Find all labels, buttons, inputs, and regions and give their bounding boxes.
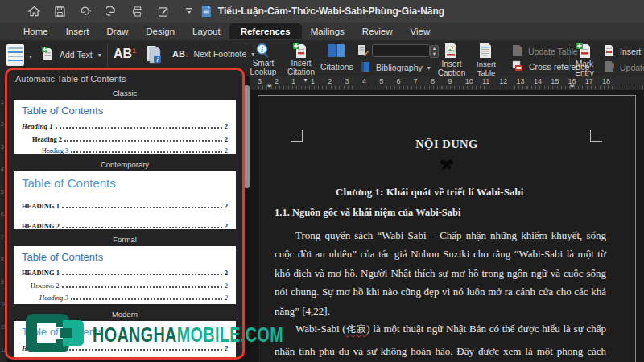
tab-review[interactable]: Review [353, 24, 402, 39]
toc-preview-title: Table of Contents [22, 176, 228, 190]
ruler-number: 14 [534, 77, 542, 85]
toc-section-label-classic: Classic [7, 86, 242, 99]
update-index-icon [604, 60, 614, 74]
footnote-ab-glyph: AB [114, 47, 132, 60]
ribbon-tabs: HomeInsertDrawDesignLayoutReferencesMail… [0, 23, 644, 40]
ruler-number: 13 [517, 77, 525, 85]
ruler-number: 4 [362, 77, 366, 85]
insert-index-icon [604, 44, 614, 58]
home-icon[interactable] [27, 5, 41, 18]
tab-layout[interactable]: Layout [184, 24, 229, 39]
stepper-icon[interactable]: ▲▼ [430, 45, 439, 58]
overflow-icon[interactable] [182, 5, 196, 18]
ruler-number: 9 [448, 77, 452, 85]
window-title: Tiểu-Luận-Cảm-Thức-Wabi-Sabi-Phùng-Gia-N… [200, 0, 444, 23]
ruler-number: 5 [379, 77, 383, 85]
ruler-number: 3 [1, 144, 4, 150]
gallery-scrollbar-thumb[interactable] [244, 85, 250, 188]
chapter-heading: Chương 1: Khái quát về triết lí Wabi-Sab… [336, 186, 523, 199]
left-indent-marker[interactable]: ⬙ [267, 82, 271, 88]
ruler-number: 11 [482, 77, 489, 85]
toc-section-label-contemporary: Contemporary [7, 158, 242, 171]
ruler-ticks [250, 86, 644, 89]
toc-style-formal[interactable]: Table of Contents HEADING 12 Heading 22 … [14, 246, 236, 304]
ruler-number: 18 [602, 77, 610, 85]
update-table-icon [512, 44, 522, 58]
insert-endnote-icon: i [145, 45, 164, 64]
ruler-number: 11 [1, 324, 6, 330]
watermark-text: HOANGHAMOBILE.COM [93, 323, 283, 348]
toc-preview-row: Heading 32 [22, 147, 228, 154]
add-text-button[interactable]: Add Text ▾ [42, 47, 101, 63]
ruler-number: 10 [465, 77, 473, 85]
title-bar: Tiểu-Luận-Cảm-Thức-Wabi-Sabi-Phùng-Gia-N… [0, 0, 644, 23]
paragraph: Trong quyển sách “Wabi Sabi – Chấp nhận … [275, 226, 606, 320]
toc-preview-row: Heading 12 [22, 122, 228, 130]
ruler-number: 1 [311, 77, 315, 85]
smart-lookup-icon: i [255, 43, 271, 60]
ruler-number: 9 [1, 279, 4, 285]
table-of-contents-button[interactable]: ▾ [6, 44, 24, 68]
update-index-button[interactable]: Update Index [604, 60, 644, 74]
mark-entry-icon [576, 43, 592, 60]
edit-icon[interactable] [156, 5, 170, 18]
ruler-number: 8 [1, 257, 4, 262]
bibliography-button[interactable]: Bibliography ▾ [361, 61, 431, 74]
insert-index-button[interactable]: Insert Index [604, 44, 644, 58]
undo-icon[interactable] [79, 5, 93, 18]
citation-style-combobox[interactable]: ▲▼ [372, 44, 430, 57]
chevron-down-icon: ▾ [427, 64, 431, 72]
word-doc-icon [200, 5, 213, 18]
cross-reference-icon [512, 60, 523, 73]
chevron-down-icon: ▾ [98, 51, 101, 59]
toc-gallery-header: Automatic Table of Contents [7, 70, 242, 86]
print-icon[interactable] [130, 5, 144, 18]
next-footnote-icon: AB↓ [172, 49, 188, 59]
toc-preview-row: Heading 32 [22, 294, 228, 302]
chevron-down-icon: ▾ [251, 51, 254, 58]
ruler-number: 7 [414, 77, 418, 85]
save-icon[interactable] [53, 5, 67, 18]
tab-view[interactable]: View [402, 24, 440, 39]
toc-preview-row: HEADING 12 [22, 202, 228, 210]
insert-citation-label: InsertCitation [283, 59, 319, 76]
tab-mailings[interactable]: Mailings [302, 24, 353, 39]
insert-caption-icon [444, 43, 458, 60]
update-index-label: Update Index [620, 63, 644, 72]
update-table-label: Update Table [528, 47, 578, 56]
tab-home[interactable]: Home [14, 24, 57, 39]
toc-style-classic[interactable]: Table of Contents Heading 12 Heading 22 … [14, 100, 236, 154]
ruler-number: 1 [291, 77, 295, 85]
first-line-indent-marker[interactable]: ▼ [303, 77, 308, 83]
redo-icon[interactable] [105, 5, 118, 18]
toc-style-contemporary[interactable]: Table of Contents HEADING 12 HEADING 22 [14, 171, 236, 229]
ruler-number: 3 [258, 77, 262, 85]
tab-insert[interactable]: Insert [57, 24, 98, 39]
tab-references[interactable]: References [229, 23, 302, 39]
toc-preview-row: HEADING 12 [22, 269, 228, 277]
ruler-number: 6 [397, 77, 401, 85]
add-text-icon [42, 47, 54, 63]
toc-section-label-formal: Formal [7, 232, 242, 245]
tab-draw[interactable]: Draw [97, 24, 137, 39]
next-footnote-button[interactable]: AB↓ Next Footnote ▾ [172, 49, 254, 59]
ruler-number: 10 [1, 302, 6, 307]
butterfly-ornament-icon [258, 158, 635, 173]
insert-footnote-button[interactable]: AB1 [114, 47, 136, 61]
next-footnote-label: Next Footnote [193, 49, 246, 59]
vertical-ruler[interactable]: 123456789101112 [0, 76, 7, 362]
section-heading: 1.1. Nguồn gốc và khái niệm của Wabi-Sab… [275, 207, 460, 219]
bibliography-icon [361, 61, 371, 74]
horizontal-ruler[interactable]: 321123456789101112131415161718 ▼ ⬙ ⬙ [250, 76, 644, 90]
right-indent-marker[interactable]: ⬙ [570, 82, 574, 88]
tab-design[interactable]: Design [137, 24, 184, 39]
smart-lookup-label: SmartLookup [242, 59, 285, 76]
update-table-button[interactable]: Update Table [512, 44, 578, 58]
toc-preview-row: HEADING 22 [22, 222, 228, 229]
ruler-number: 4 [1, 167, 4, 172]
citation-style-icon [357, 44, 369, 58]
ruler-number: 3 [345, 77, 349, 85]
citations-icon [326, 43, 347, 60]
ruler-number: 12 [499, 77, 507, 85]
insert-endnote-button[interactable]: i [145, 45, 164, 66]
